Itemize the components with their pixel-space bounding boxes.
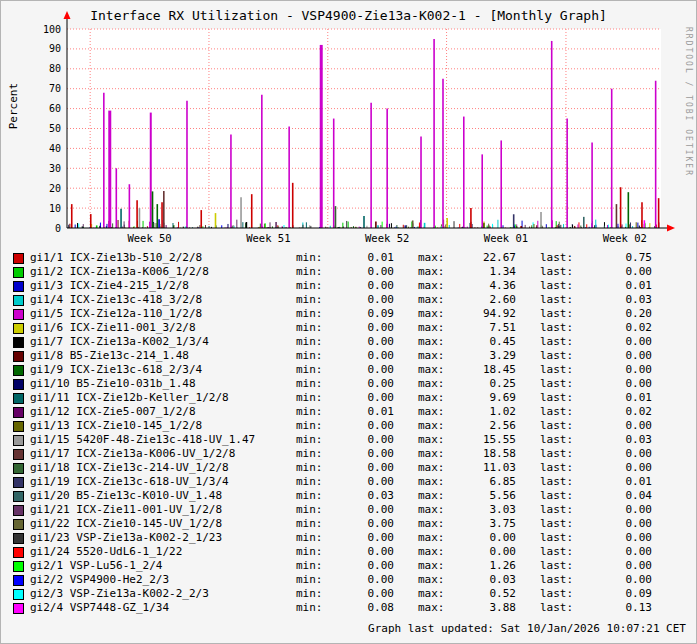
legend-row: gi1/5 ICX-Zie12a-110_1/2/8 min: 0.09 max… <box>13 307 690 321</box>
legend-last-label: last: <box>540 601 582 615</box>
legend-min-value: 0.00 <box>330 517 394 531</box>
legend-color-swatch <box>13 351 24 362</box>
svg-text:Week 50: Week 50 <box>127 232 171 244</box>
legend-min-value: 0.00 <box>330 475 394 489</box>
legend-min-value: 0.00 <box>330 503 394 517</box>
legend-interface-label: gi1/22 ICX-Zie10-145-UV_1/2/8 <box>30 517 296 531</box>
legend-max-label: max: <box>418 545 452 559</box>
legend-last-value: 0.00 <box>582 573 652 587</box>
legend-min-value: 0.09 <box>330 307 394 321</box>
legend-max-value: 3.75 <box>452 517 516 531</box>
legend-max-value: 4.36 <box>452 279 516 293</box>
legend-color-swatch <box>13 309 24 320</box>
legend-last-value: 0.00 <box>582 335 652 349</box>
legend-last-label: last: <box>540 251 582 265</box>
legend-last-value: 0.00 <box>582 377 652 391</box>
legend-last-value: 0.09 <box>582 587 652 601</box>
legend-max-value: 1.34 <box>452 265 516 279</box>
legend-max-label: max: <box>418 461 452 475</box>
legend-max-value: 9.69 <box>452 391 516 405</box>
legend-min-label: min: <box>296 419 330 433</box>
legend-last-label: last: <box>540 321 582 335</box>
svg-text:0: 0 <box>55 223 61 234</box>
svg-text:Week 02: Week 02 <box>603 232 647 244</box>
legend-last-value: 0.01 <box>582 475 652 489</box>
svg-text:60: 60 <box>49 103 61 114</box>
legend-row: gi1/20 B5-Zie13c-K010-UV_1.48 min: 0.03 … <box>13 489 690 503</box>
legend-max-label: max: <box>418 601 452 615</box>
legend-last-label: last: <box>540 307 582 321</box>
legend-last-value: 0.02 <box>582 405 652 419</box>
legend-interface-label: gi1/19 ICX-Zie13c-618-UV_1/3/4 <box>30 475 296 489</box>
legend-last-label: last: <box>540 335 582 349</box>
legend-row: gi1/10 B5-Zie10-031b_1.48 min: 0.00 max:… <box>13 377 690 391</box>
legend-max-label: max: <box>418 517 452 531</box>
legend-row: gi1/11 ICX-Zie12b-Keller_1/2/8 min: 0.00… <box>13 391 690 405</box>
legend-interface-label: gi1/20 B5-Zie13c-K010-UV_1.48 <box>30 489 296 503</box>
legend-last-value: 0.20 <box>582 307 652 321</box>
legend-row: gi1/3 ICX-Zie4-215_1/2/8 min: 0.00 max: … <box>13 279 690 293</box>
legend-last-label: last: <box>540 489 582 503</box>
legend-color-swatch <box>13 323 24 334</box>
legend-row: gi1/15 5420F-48-Zie13c-418-UV_1.47 min: … <box>13 433 690 447</box>
legend-min-label: min: <box>296 265 330 279</box>
legend-row: gi1/19 ICX-Zie13c-618-UV_1/3/4 min: 0.00… <box>13 475 690 489</box>
legend-last-value: 0.00 <box>582 447 652 461</box>
legend-min-label: min: <box>296 517 330 531</box>
legend-row: gi2/3 VSP-Zie13a-K002-2_2/3 min: 0.00 ma… <box>13 587 690 601</box>
legend-row: gi1/17 ICX-Zie13a-K006-UV_1/2/8 min: 0.0… <box>13 447 690 461</box>
legend-max-value: 22.67 <box>452 251 516 265</box>
legend-color-swatch <box>13 519 24 530</box>
legend-last-value: 0.00 <box>582 419 652 433</box>
legend-max-label: max: <box>418 531 452 545</box>
legend-max-label: max: <box>418 489 452 503</box>
legend-color-swatch <box>13 379 24 390</box>
legend-row: gi2/4 VSP7448-GZ_1/34 min: 0.08 max: 3.8… <box>13 601 690 615</box>
legend-last-label: last: <box>540 545 582 559</box>
legend-max-label: max: <box>418 279 452 293</box>
legend-color-swatch <box>13 505 24 516</box>
legend-max-label: max: <box>418 405 452 419</box>
utilization-chart: 0102030405060708090100Week 50Week 51Week… <box>1 1 697 247</box>
svg-text:Week 01: Week 01 <box>484 232 528 244</box>
legend-max-value: 0.52 <box>452 587 516 601</box>
legend-interface-label: gi1/2 ICX-Zie13a-K006_1/2/8 <box>30 265 296 279</box>
legend-last-value: 0.00 <box>582 531 652 545</box>
legend-min-label: min: <box>296 349 330 363</box>
legend-min-value: 0.00 <box>330 293 394 307</box>
legend-max-label: max: <box>418 559 452 573</box>
legend-color-swatch <box>13 253 24 264</box>
legend-max-label: max: <box>418 335 452 349</box>
legend-interface-label: gi1/10 B5-Zie10-031b_1.48 <box>30 377 296 391</box>
legend-color-swatch <box>13 561 24 572</box>
legend-max-label: max: <box>418 251 452 265</box>
legend-last-label: last: <box>540 433 582 447</box>
legend-max-label: max: <box>418 475 452 489</box>
legend-max-label: max: <box>418 419 452 433</box>
svg-text:100: 100 <box>43 24 61 35</box>
legend-last-label: last: <box>540 475 582 489</box>
legend-interface-label: gi1/12 ICX-Zie5-007_1/2/8 <box>30 405 296 419</box>
legend-color-swatch <box>13 547 24 558</box>
legend-max-value: 6.85 <box>452 475 516 489</box>
legend-last-label: last: <box>540 573 582 587</box>
legend-last-label: last: <box>540 517 582 531</box>
legend-interface-label: gi2/3 VSP-Zie13a-K002-2_2/3 <box>30 587 296 601</box>
svg-text:30: 30 <box>49 163 61 174</box>
legend-max-value: 1.26 <box>452 559 516 573</box>
legend-min-value: 0.00 <box>330 349 394 363</box>
legend-last-label: last: <box>540 279 582 293</box>
legend-last-label: last: <box>540 405 582 419</box>
legend-max-value: 0.45 <box>452 335 516 349</box>
legend-max-label: max: <box>418 307 452 321</box>
legend-max-label: max: <box>418 447 452 461</box>
legend-min-value: 0.00 <box>330 573 394 587</box>
legend-min-value: 0.03 <box>330 489 394 503</box>
svg-text:90: 90 <box>49 43 61 54</box>
legend-min-label: min: <box>296 279 330 293</box>
legend-min-label: min: <box>296 601 330 615</box>
svg-text:70: 70 <box>49 83 61 94</box>
legend-max-value: 2.56 <box>452 419 516 433</box>
legend-min-value: 0.08 <box>330 601 394 615</box>
legend-max-label: max: <box>418 265 452 279</box>
